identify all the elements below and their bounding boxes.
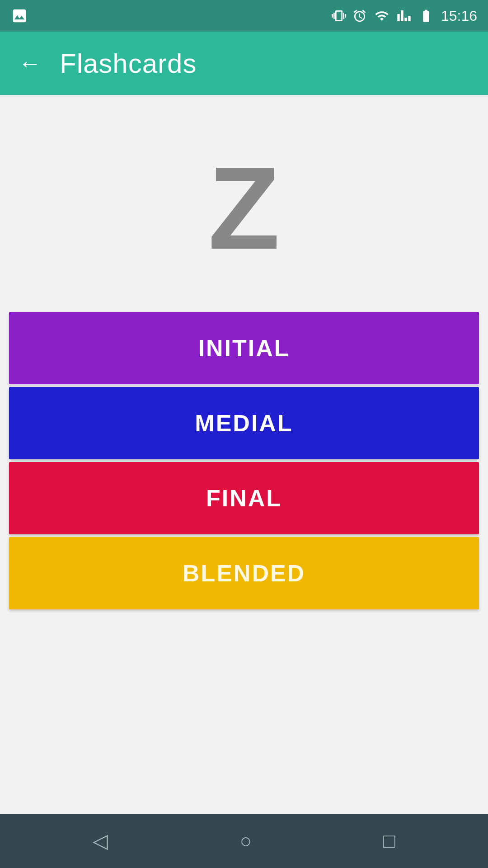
- letter-container: Z: [9, 122, 479, 294]
- initial-button[interactable]: INITIAL: [9, 312, 479, 384]
- nav-back-button[interactable]: ◁: [85, 824, 115, 858]
- nav-recent-button[interactable]: □: [376, 824, 403, 858]
- vibrate-icon: [332, 9, 346, 23]
- nav-home-button[interactable]: ○: [232, 824, 259, 858]
- medial-button[interactable]: MEDIAL: [9, 387, 479, 459]
- status-bar: 15:16: [0, 0, 488, 32]
- app-bar: ← Flashcards: [0, 32, 488, 95]
- buttons-container: INITIAL MEDIAL FINAL BLENDED: [9, 312, 479, 612]
- back-button[interactable]: ←: [14, 48, 45, 79]
- letter-display: Z: [208, 149, 280, 267]
- nav-back-icon: ◁: [93, 831, 108, 851]
- blended-button[interactable]: BLENDED: [9, 537, 479, 609]
- wifi-icon: [373, 9, 390, 23]
- nav-home-icon: ○: [239, 831, 252, 851]
- nav-bar: ◁ ○ □: [0, 814, 488, 868]
- gallery-icon: [11, 7, 28, 24]
- nav-recent-icon: □: [383, 831, 395, 851]
- signal-icon: [397, 9, 411, 23]
- status-bar-left: [11, 7, 28, 24]
- status-bar-right: 15:16: [332, 8, 477, 24]
- battery-icon: [418, 9, 435, 23]
- main-content: Z INITIAL MEDIAL FINAL BLENDED: [0, 95, 488, 814]
- app-title: Flashcards: [60, 48, 197, 79]
- final-button[interactable]: FINAL: [9, 462, 479, 534]
- alarm-icon: [352, 9, 367, 23]
- status-time: 15:16: [441, 8, 477, 24]
